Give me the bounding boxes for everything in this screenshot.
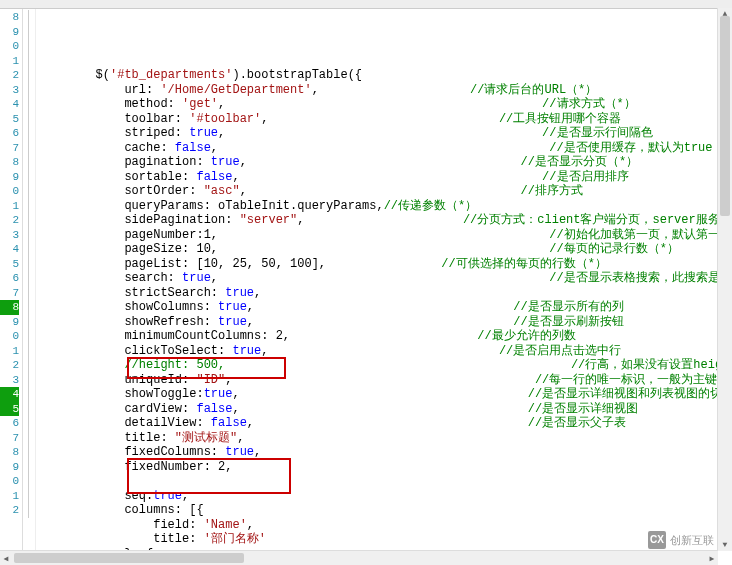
line-number: 5 [0,112,19,127]
code-line[interactable]: queryParams: oTableInit.queryParams,//传递… [38,199,732,214]
code-line[interactable]: sidePagination: "server", //分页方式：client客… [38,213,732,228]
code-line[interactable]: cardView: false, //是否显示详细视图 [38,402,732,417]
line-number: 7 [0,286,19,301]
fold-guide [23,228,35,243]
code-line[interactable]: showToggle:true, //是否显示详细视图和列表视图的切换按钮 [38,387,732,402]
scroll-down-icon[interactable]: ▼ [718,539,732,551]
fold-guide [23,83,35,98]
code-line[interactable]: columns: [{ [38,503,732,518]
fold-guide [23,39,35,54]
line-number: 7 [0,141,19,156]
vertical-scrollbar[interactable]: ▲ ▼ [717,8,732,551]
code-line[interactable]: pageList: [10, 25, 50, 100], //可供选择的每页的行… [38,257,732,272]
code-line[interactable]: title: '部门名称' [38,532,732,547]
code-line[interactable]: search: true, //是否显示表格搜索，此搜索是客户端搜索，不会进服务… [38,271,732,286]
line-number: 9 [0,170,19,185]
line-number: 1 [0,199,19,214]
line-number-gutter: 89012345678901234567890123456789012 [0,9,23,552]
code-line[interactable]: //height: 500, //行高，如果没有设置height属性，表格自动根… [38,358,732,373]
scroll-right-icon[interactable]: ▶ [706,554,718,563]
code-area[interactable]: $('#tb_departments').bootstrapTable({ ur… [36,9,732,552]
fold-guide [23,25,35,40]
fold-guide [23,68,35,83]
line-number: 8 [0,300,19,315]
line-number: 0 [0,329,19,344]
fold-column [23,9,36,552]
code-line[interactable]: $('#tb_departments').bootstrapTable({ [38,68,732,83]
scroll-left-icon[interactable]: ◀ [0,554,12,563]
fold-guide [23,97,35,112]
fold-guide [23,445,35,460]
code-line[interactable]: toolbar: '#toolbar', //工具按钮用哪个容器 [38,112,732,127]
fold-guide [23,199,35,214]
fold-guide [23,10,35,25]
fold-guide [23,329,35,344]
fold-guide [23,344,35,359]
fold-guide [23,286,35,301]
line-number: 0 [0,184,19,199]
fold-guide [23,242,35,257]
code-line[interactable]: fixedColumns: true, [38,445,732,460]
code-line[interactable]: uniqueId: "ID", //每一行的唯一标识，一般为主键列 [38,373,732,388]
code-line[interactable]: cache: false, //是否使用缓存，默认为true，所以一般情况下需要… [38,141,732,156]
tab-bar [0,0,732,9]
code-line[interactable]: pageSize: 10, //每页的记录行数（*） [38,242,732,257]
fold-guide [23,271,35,286]
fold-guide [23,387,35,402]
fold-guide [23,460,35,475]
line-number: 3 [0,373,19,388]
fold-guide [23,126,35,141]
code-line[interactable]: sortable: false, //是否启用排序 [38,170,732,185]
line-number: 0 [0,39,19,54]
fold-guide [23,112,35,127]
line-number: 9 [0,460,19,475]
line-number: 6 [0,416,19,431]
line-number: 8 [0,445,19,460]
fold-guide [23,431,35,446]
line-number: 3 [0,83,19,98]
line-number: 4 [0,242,19,257]
line-number: 5 [0,402,19,417]
code-line[interactable]: field: 'Name', [38,518,732,533]
vertical-scroll-thumb[interactable] [720,16,730,216]
code-line[interactable]: striped: true, //是否显示行间隔色 [38,126,732,141]
line-number: 1 [0,54,19,69]
line-number: 8 [0,10,19,25]
code-line[interactable]: fixedNumber: 2, [38,460,732,475]
code-line[interactable]: clickToSelect: true, //是否启用点击选中行 [38,344,732,359]
horizontal-scrollbar[interactable]: ◀ ▶ [0,550,718,565]
code-editor[interactable]: 89012345678901234567890123456789012 $('#… [0,9,732,552]
line-number: 0 [0,474,19,489]
fold-guide [23,141,35,156]
fold-guide [23,373,35,388]
code-line[interactable]: detailView: false, //是否显示父子表 [38,416,732,431]
code-line[interactable]: strictSearch: true, [38,286,732,301]
code-line[interactable]: minimumCountColumns: 2, //最少允许的列数 [38,329,732,344]
code-line[interactable]: title: "测试标题", [38,431,732,446]
code-line[interactable]: pageNumber:1, //初始化加载第一页，默认第一页 [38,228,732,243]
line-number: 1 [0,489,19,504]
line-number: 2 [0,503,19,518]
code-line[interactable]: seq:true, [38,489,732,504]
code-line[interactable]: pagination: true, //是否显示分页（*） [38,155,732,170]
line-number: 1 [0,344,19,359]
horizontal-scroll-thumb[interactable] [14,553,244,563]
fold-guide [23,474,35,489]
fold-guide [23,213,35,228]
fold-guide [23,503,35,518]
line-number: 2 [0,68,19,83]
code-line[interactable]: sortOrder: "asc", //排序方式 [38,184,732,199]
line-number: 4 [0,387,19,402]
code-line[interactable]: showRefresh: true, //是否显示刷新按钮 [38,315,732,330]
code-line[interactable] [38,474,732,489]
line-number: 4 [0,97,19,112]
line-number: 2 [0,358,19,373]
fold-guide [23,315,35,330]
line-number: 9 [0,315,19,330]
code-line[interactable]: method: 'get', //请求方式（*） [38,97,732,112]
code-line[interactable]: showColumns: true, //是否显示所有的列 [38,300,732,315]
fold-guide [23,416,35,431]
line-number: 5 [0,257,19,272]
line-number: 7 [0,431,19,446]
code-line[interactable]: url: '/Home/GetDepartment', //请求后台的URL（*… [38,83,732,98]
